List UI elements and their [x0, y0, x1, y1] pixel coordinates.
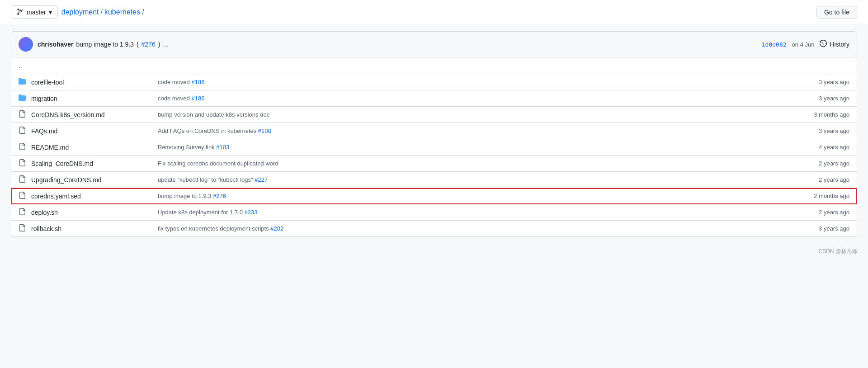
file-name-link[interactable]: Scaling_CoreDNS.md [31, 160, 93, 167]
file-icon [19, 159, 28, 168]
top-bar: master ▾ deployment / kubernetes / Go to… [0, 0, 868, 24]
table-row[interactable]: README.mdRemoving Survey link #1034 year… [11, 139, 857, 156]
commit-pr-link[interactable]: #276 [142, 41, 156, 48]
table-row[interactable]: rollback.shfix typos on kubernetes deplo… [11, 221, 857, 236]
commit-header: chrisohaver bump image to 1.9.3 (#276) .… [11, 32, 857, 57]
file-name-link[interactable]: Upgrading_CoreDNS.md [31, 176, 102, 184]
parent-dir-row[interactable]: .. [11, 57, 857, 74]
git-branch-icon [17, 8, 24, 16]
breadcrumb-sep-1: / [101, 8, 103, 16]
table-row[interactable]: Upgrading_CoreDNS.mdupdate "kubectl log"… [11, 172, 857, 188]
commit-hash[interactable]: 1d0e082 [762, 41, 787, 48]
file-commit-col: bump image to 1.9.3 #276 [158, 193, 795, 199]
file-time: 3 years ago [795, 95, 849, 102]
file-time: 2 years ago [795, 209, 849, 216]
file-name-link[interactable]: coredns.yaml.sed [31, 193, 81, 200]
commit-more-button[interactable]: ... [163, 41, 169, 48]
file-time: 2 years ago [795, 176, 849, 183]
commit-info: chrisohaver bump image to 1.9.3 (#276) .… [38, 41, 168, 48]
file-commit-col: bump version and update k8s versions doc [158, 111, 795, 118]
file-name-link[interactable]: rollback.sh [31, 225, 61, 232]
watermark: CSDN @林凡修 [0, 244, 868, 259]
file-commit-col: update "kubectl log" to "kubectl logs" #… [158, 176, 795, 183]
branch-name: master [27, 9, 46, 16]
file-icon [19, 208, 28, 217]
folder-icon [19, 94, 28, 103]
file-commit-col: Update k8s deployment for 1.7.0 #233 [158, 209, 795, 216]
table-row[interactable]: FAQs.mdAdd FAQs on CoreDNS in kubernetes… [11, 123, 857, 139]
file-commit-col: Removing Survey link #103 [158, 144, 795, 151]
file-browser-container: chrisohaver bump image to 1.9.3 (#276) .… [11, 31, 857, 237]
commit-pr-link[interactable]: #186 [191, 79, 204, 85]
history-button[interactable]: History [820, 40, 849, 49]
file-name-link[interactable]: migration [31, 95, 57, 102]
table-row[interactable]: migrationcode moved #1863 years ago [11, 90, 857, 107]
file-commit-col: Fix scaling coredns document duplicated … [158, 160, 795, 167]
commit-right: 1d0e082 on 4 Jun History [762, 40, 849, 49]
file-name-link[interactable]: deploy.sh [31, 209, 58, 216]
file-name-col: Upgrading_CoreDNS.md [31, 176, 158, 184]
table-row[interactable]: coredns.yaml.sedbump image to 1.9.3 #276… [11, 188, 857, 204]
file-name-col: Scaling_CoreDNS.md [31, 160, 158, 167]
file-name-col: README.md [31, 144, 158, 151]
top-bar-left: master ▾ deployment / kubernetes / [11, 5, 144, 19]
branch-chevron-icon: ▾ [49, 9, 52, 16]
file-icon [19, 224, 28, 233]
commit-pr-link[interactable]: #227 [255, 176, 268, 183]
commit-left: chrisohaver bump image to 1.9.3 (#276) .… [19, 37, 168, 52]
file-icon [19, 127, 28, 135]
file-time: 2 years ago [795, 160, 849, 167]
commit-pr-open-paren: ( [137, 41, 139, 48]
file-name-col: FAQs.md [31, 127, 158, 135]
file-icon [19, 143, 28, 151]
file-time: 2 months ago [795, 193, 849, 199]
breadcrumb-deployment[interactable]: deployment [61, 8, 99, 16]
breadcrumb: deployment / kubernetes / [61, 8, 144, 16]
table-row[interactable]: CoreDNS-k8s_version.mdbump version and u… [11, 107, 857, 123]
breadcrumb-sep-2: / [142, 8, 144, 16]
file-name-link[interactable]: corefile-tool [31, 79, 64, 86]
file-name-link[interactable]: CoreDNS-k8s_version.md [31, 111, 105, 118]
history-label: History [830, 41, 849, 48]
file-name-link[interactable]: README.md [31, 144, 69, 151]
file-list: corefile-toolcode moved #1863 years agom… [11, 74, 857, 236]
commit-pr-link[interactable]: #186 [191, 95, 204, 102]
table-row[interactable]: Scaling_CoreDNS.mdFix scaling coredns do… [11, 156, 857, 172]
commit-date: on 4 Jun [792, 41, 815, 48]
history-icon [820, 40, 827, 49]
file-time: 4 years ago [795, 144, 849, 151]
file-name-link[interactable]: FAQs.md [31, 127, 57, 135]
file-commit-col: code moved #186 [158, 95, 795, 102]
file-time: 3 years ago [795, 79, 849, 85]
go-to-file-button[interactable]: Go to file [816, 6, 857, 19]
commit-message: bump image to 1.9.3 [76, 41, 134, 48]
file-icon [19, 110, 28, 119]
commit-pr-link[interactable]: #108 [258, 127, 271, 134]
commit-pr-link[interactable]: #103 [216, 144, 229, 151]
folder-icon [19, 78, 28, 86]
table-row[interactable]: corefile-toolcode moved #1863 years ago [11, 74, 857, 90]
file-time: 3 months ago [795, 111, 849, 118]
commit-pr-link[interactable]: #202 [270, 225, 283, 232]
commit-pr-link[interactable]: #276 [213, 193, 226, 199]
file-time: 3 years ago [795, 127, 849, 134]
parent-dir-link[interactable]: .. [19, 62, 22, 69]
file-name-col: deploy.sh [31, 209, 158, 216]
commit-author: chrisohaver [38, 41, 73, 48]
file-icon [19, 192, 28, 200]
file-name-col: corefile-tool [31, 79, 158, 86]
branch-selector[interactable]: master ▾ [11, 5, 58, 19]
commit-pr-close-paren: ) [158, 41, 160, 48]
file-time: 3 years ago [795, 225, 849, 232]
file-name-col: migration [31, 95, 158, 102]
avatar [19, 37, 33, 52]
file-commit-col: fix typos on kubernetes deployment scrip… [158, 225, 795, 232]
breadcrumb-kubernetes[interactable]: kubernetes [104, 8, 140, 16]
file-icon [19, 175, 28, 184]
commit-pr-link[interactable]: #233 [245, 209, 258, 216]
file-name-col: rollback.sh [31, 225, 158, 232]
table-row[interactable]: deploy.shUpdate k8s deployment for 1.7.0… [11, 204, 857, 221]
file-name-col: CoreDNS-k8s_version.md [31, 111, 158, 118]
file-name-col: coredns.yaml.sed [31, 193, 158, 200]
file-commit-col: code moved #186 [158, 79, 795, 85]
